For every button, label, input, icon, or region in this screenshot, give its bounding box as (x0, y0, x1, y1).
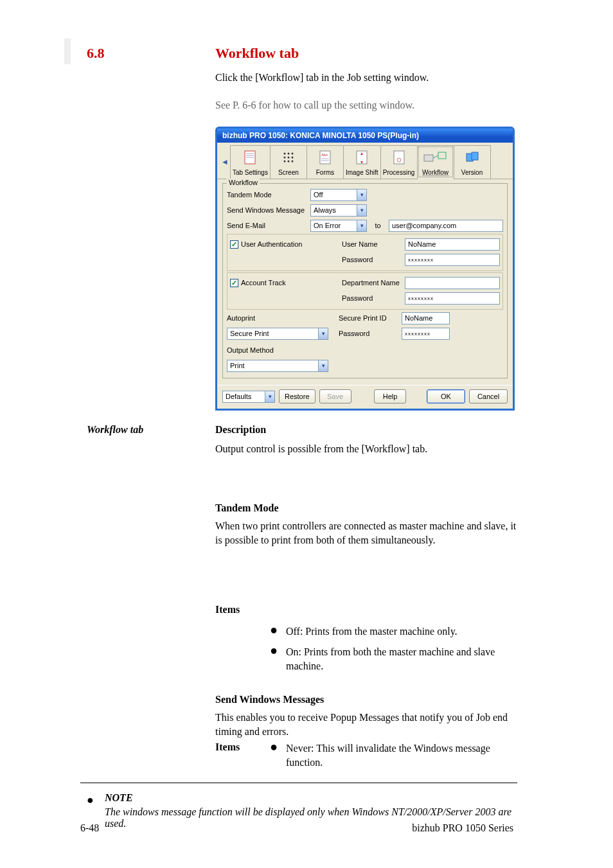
svg-rect-25 (472, 152, 478, 160)
tab-workflow[interactable]: Workflow (417, 145, 454, 179)
tandem-select[interactable]: Off▾ (310, 189, 367, 201)
doc-icon: Abc (312, 147, 338, 168)
output-method-label: Output Method (227, 346, 310, 354)
help-button[interactable]: Help (374, 389, 406, 403)
svg-point-7 (283, 157, 285, 159)
tab-version[interactable]: Version (454, 145, 491, 179)
svg-rect-22 (424, 155, 433, 161)
tab-strip: ◄ Tab Settings Screen Abc Forms (217, 143, 513, 179)
user-auth-checkbox[interactable]: ✓User Authentication (230, 240, 302, 249)
tandem-on-item: On: Prints from both the master machine … (286, 645, 517, 673)
ok-button[interactable]: OK (427, 389, 465, 403)
tab-processing[interactable]: Processing (380, 145, 418, 179)
email-label: Send E-Mail (227, 222, 310, 229)
swm-never-item: Never: This will invalidate the Windows … (286, 741, 517, 769)
swm-label: Send Windows Message (227, 206, 310, 214)
svg-point-8 (287, 157, 289, 159)
tandem-heading: Tandem Mode (215, 502, 279, 514)
margin-heading: Workflow tab (87, 424, 143, 436)
section-title: Workflow tab (215, 45, 299, 62)
chevron-down-icon: ▾ (318, 328, 328, 339)
svg-point-9 (291, 157, 293, 159)
email-select[interactable]: On Error▾ (310, 220, 367, 232)
footer-note-title: NOTE (105, 792, 133, 804)
see-reference: See P. 6-6 for how to call up the settin… (215, 98, 511, 112)
userauth-pw-label: Password (342, 256, 405, 263)
cancel-button[interactable]: Cancel (469, 389, 508, 403)
swm-items-heading: Items (215, 741, 240, 753)
autoprint-label: Autoprint (227, 314, 310, 322)
svg-point-5 (287, 153, 289, 155)
tandem-off-item: Off: Prints from the master machine only… (286, 624, 517, 639)
email-to-label: to (367, 222, 389, 229)
version-icon (459, 147, 485, 168)
secure-id-label: Secure Print ID (339, 314, 402, 322)
swm-select[interactable]: Always▾ (310, 204, 367, 217)
secure-id-input[interactable]: NoName (402, 312, 450, 324)
svg-point-6 (291, 153, 293, 155)
workflow-group: Workflow Tandem Mode Off▾ Send Windows M… (222, 183, 508, 378)
save-button[interactable]: Save (319, 389, 351, 403)
chevron-down-icon: ▾ (265, 391, 274, 402)
dialog-titlebar: bizhub PRO 1050: KONICA MINOLTA 1050 PS(… (217, 128, 513, 143)
bullet-icon: ● (270, 740, 278, 753)
output-method-select[interactable]: Print▾ (227, 360, 328, 372)
description-text: Output control is possible from the [Wor… (215, 442, 511, 456)
tab-image-shift[interactable]: Image Shift (343, 145, 381, 179)
acct-pw-input[interactable]: xxxxxxxx (405, 292, 500, 305)
svg-point-12 (291, 161, 293, 163)
acct-pw-label: Password (342, 294, 405, 302)
intro-text: Click the [Workflow] tab in the Job sett… (215, 71, 511, 85)
svg-text:Abc: Abc (321, 153, 328, 157)
secure-pw-label: Password (339, 330, 402, 337)
svg-rect-23 (438, 152, 446, 159)
tandem-items-heading: Items (215, 604, 240, 616)
gear-doc-icon (386, 147, 412, 168)
restore-button[interactable]: Restore (279, 389, 315, 403)
chevron-down-icon: ▾ (357, 205, 366, 216)
tandem-label: Tandem Mode (227, 191, 310, 199)
workflow-dialog: bizhub PRO 1050: KONICA MINOLTA 1050 PS(… (215, 127, 515, 411)
dots-icon (276, 147, 301, 168)
svg-point-11 (287, 161, 289, 163)
account-track-checkbox[interactable]: ✓Account Track (230, 279, 286, 287)
dept-input[interactable] (405, 277, 500, 289)
username-input[interactable]: NoName (405, 238, 500, 251)
section-number: 6.8 (87, 45, 105, 62)
secure-pw-input[interactable]: xxxxxxxx (402, 328, 450, 340)
secure-print-select[interactable]: Secure Print▾ (227, 328, 328, 340)
description-heading: Description (215, 424, 266, 436)
page-number: 6-48 (80, 822, 99, 834)
username-label: User Name (342, 240, 405, 248)
bullet-icon: ● (87, 794, 94, 806)
printer-flow-icon (423, 147, 449, 168)
product-name-footer: bizhub PRO 1050 Series (412, 822, 513, 834)
swm-heading: Send Windows Messages (215, 694, 324, 705)
tab-forms[interactable]: Abc Forms (306, 145, 344, 179)
chevron-down-icon: ▾ (357, 220, 366, 231)
userauth-pw-input[interactable]: xxxxxxxx (405, 254, 500, 266)
tab-tab-settings[interactable]: Tab Settings (230, 145, 271, 179)
email-to-input[interactable]: user@company.com (389, 220, 503, 232)
chevron-down-icon: ▾ (318, 360, 328, 371)
swm-desc: This enables you to receive Popup Messag… (215, 711, 517, 738)
chevron-down-icon: ▾ (357, 190, 366, 200)
bullet-icon: ● (270, 644, 278, 657)
tandem-desc: When two print controllers are connected… (215, 519, 517, 547)
dept-label: Department Name (342, 279, 405, 287)
svg-point-4 (283, 153, 285, 155)
group-legend: Workflow (227, 179, 260, 186)
shift-icon (349, 147, 375, 168)
page-icon (237, 147, 263, 168)
tab-scroll-left[interactable]: ◄ (220, 157, 230, 166)
defaults-select[interactable]: Defaults▾ (222, 391, 275, 403)
bullet-icon: ● (270, 623, 278, 636)
divider (80, 783, 517, 783)
tab-screen[interactable]: Screen (270, 145, 307, 179)
svg-point-10 (283, 161, 285, 163)
